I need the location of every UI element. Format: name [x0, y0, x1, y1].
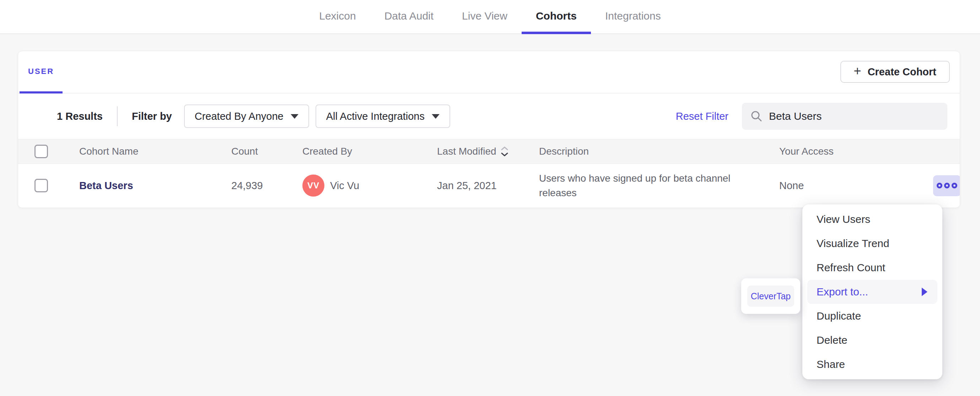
- last-modified-date: Jan 25, 2021: [437, 180, 539, 192]
- table-header-row: Cohort Name Count Created By Last Modifi…: [18, 139, 960, 164]
- reset-filter-link[interactable]: Reset Filter: [676, 110, 729, 122]
- your-access-value: None: [779, 180, 915, 192]
- chevron-down-icon: [291, 114, 299, 119]
- integrations-dropdown-value: All Active Integrations: [326, 110, 425, 122]
- col-header-last-modified: Last Modified: [437, 146, 496, 157]
- more-options-icon: [937, 183, 942, 188]
- table-row: Beta Users 24,939 VV Vic Vu Jan 25, 2021…: [18, 164, 960, 207]
- col-header-description: Description: [539, 146, 779, 157]
- chevron-down-icon: [432, 114, 439, 119]
- created-by-dropdown-value: Created By Anyone: [195, 110, 283, 122]
- filter-toolbar: 1 Results Filter by Created By Anyone Al…: [18, 94, 960, 139]
- menu-item-duplicate[interactable]: Duplicate: [802, 304, 942, 328]
- search-icon: [751, 110, 762, 122]
- created-by-dropdown[interactable]: Created By Anyone: [184, 104, 309, 128]
- sort-icon[interactable]: [501, 146, 509, 157]
- integrations-dropdown[interactable]: All Active Integrations: [315, 104, 450, 128]
- menu-item-delete[interactable]: Delete: [802, 328, 942, 352]
- avatar: VV: [302, 174, 325, 196]
- divider: [117, 106, 118, 126]
- cohort-description: Users who have signed up for beta channe…: [539, 171, 759, 200]
- cohort-count: 24,939: [231, 180, 302, 192]
- plus-icon: +: [854, 65, 861, 78]
- created-by-name: Vic Vu: [330, 180, 359, 192]
- cohorts-card: USER + Create Cohort 1 Results Filter by…: [18, 51, 960, 208]
- menu-item-view-users[interactable]: View Users: [802, 207, 942, 232]
- create-cohort-button[interactable]: + Create Cohort: [840, 61, 950, 83]
- col-header-count: Count: [231, 146, 302, 157]
- col-header-created-by: Created By: [302, 146, 437, 157]
- search-input[interactable]: [769, 110, 939, 122]
- col-header-cohort-name: Cohort Name: [79, 146, 231, 157]
- search-box: [742, 103, 947, 130]
- tab-user[interactable]: USER: [19, 51, 62, 94]
- select-all-checkbox[interactable]: [35, 145, 48, 158]
- cohort-type-tabs: USER: [18, 51, 960, 94]
- col-header-your-access: Your Access: [779, 146, 915, 157]
- nav-item-integrations[interactable]: Integrations: [591, 0, 675, 34]
- results-count: 1 Results: [57, 110, 103, 122]
- export-to-label: Export to...: [816, 286, 868, 298]
- submenu-arrow-icon: [922, 287, 928, 296]
- cohort-name-link[interactable]: Beta Users: [79, 180, 231, 192]
- nav-item-data-audit[interactable]: Data Audit: [370, 0, 448, 34]
- menu-item-share[interactable]: Share: [802, 352, 942, 377]
- create-cohort-label: Create Cohort: [868, 66, 936, 78]
- nav-item-lexicon[interactable]: Lexicon: [305, 0, 370, 34]
- export-submenu: CleverTap: [741, 278, 800, 314]
- nav-item-live-view[interactable]: Live View: [448, 0, 522, 34]
- menu-item-export-to[interactable]: Export to...: [807, 280, 937, 304]
- filter-by-label: Filter by: [132, 110, 172, 122]
- submenu-item-clevertap[interactable]: CleverTap: [747, 286, 794, 307]
- more-options-button[interactable]: [933, 175, 960, 196]
- nav-item-cohorts[interactable]: Cohorts: [522, 0, 591, 34]
- menu-item-refresh-count[interactable]: Refresh Count: [802, 255, 942, 280]
- menu-item-visualize-trend[interactable]: Visualize Trend: [802, 232, 942, 255]
- row-checkbox[interactable]: [35, 179, 48, 192]
- top-navigation: Lexicon Data Audit Live View Cohorts Int…: [0, 0, 980, 34]
- row-context-menu: View Users Visualize Trend Refresh Count…: [802, 204, 942, 379]
